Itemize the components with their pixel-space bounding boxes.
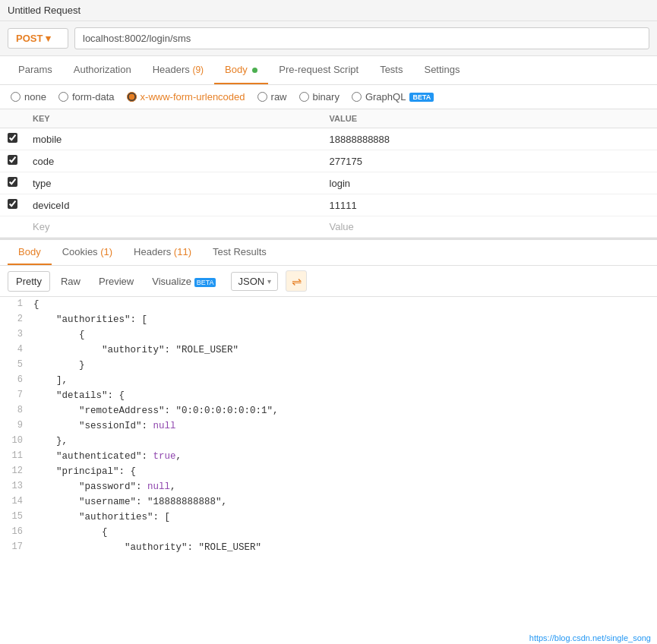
- kv-value: 18888888888: [322, 128, 657, 150]
- kv-checkbox-cell[interactable]: [0, 150, 25, 172]
- json-line: 13 "password": null,: [0, 479, 657, 494]
- json-line: 11 "authenticated": true,: [0, 449, 657, 464]
- kv-key: code: [25, 150, 322, 172]
- response-section: BodyCookies (1)Headers (11)Test Results …: [0, 238, 657, 555]
- json-line: 12 "principal": {: [0, 464, 657, 479]
- line-number: 1: [0, 297, 30, 311]
- line-number: 2: [0, 312, 30, 327]
- request-tab-tests[interactable]: Tests: [369, 56, 413, 84]
- view-beta: BETA: [194, 278, 216, 287]
- kv-checkbox[interactable]: [8, 155, 17, 165]
- format-label-x-www-form-urlencoded: x-www-form-urlencoded: [141, 91, 245, 103]
- view-tab-raw[interactable]: Raw: [53, 272, 88, 291]
- response-tab-test-results[interactable]: Test Results: [202, 240, 277, 265]
- line-content: "principal": {: [30, 464, 657, 479]
- line-number: 14: [0, 494, 30, 509]
- json-dropdown-arrow: ▾: [267, 277, 271, 286]
- view-tab-visualize[interactable]: Visualize BETA: [144, 272, 223, 291]
- format-radio-binary[interactable]: [299, 92, 309, 102]
- format-option-form-data[interactable]: form-data: [58, 91, 115, 103]
- json-line: 15 "authorities": [: [0, 510, 657, 525]
- method-select[interactable]: POST ▾: [8, 28, 68, 49]
- line-number: 6: [0, 373, 30, 387]
- request-tab-pre-request-script[interactable]: Pre-request Script: [268, 56, 369, 84]
- format-option-none[interactable]: none: [11, 91, 46, 103]
- json-line: 9 "sessionId": null: [0, 418, 657, 434]
- kv-checkbox[interactable]: [8, 133, 17, 143]
- format-label-raw: raw: [271, 91, 287, 103]
- response-tab-cookies[interactable]: Cookies (1): [52, 240, 123, 265]
- kv-value: 11111: [322, 194, 657, 216]
- line-number: 11: [0, 449, 30, 463]
- json-line: 16 {: [0, 525, 657, 540]
- view-tab-pretty[interactable]: Pretty: [8, 271, 50, 292]
- json-line: 1{: [0, 297, 657, 312]
- json-line: 7 "details": {: [0, 388, 657, 403]
- line-content: {: [30, 327, 657, 343]
- kv-table: KEY VALUE mobile18888888888code277175typ…: [0, 109, 657, 238]
- request-tab-authorization[interactable]: Authorization: [63, 56, 142, 84]
- json-line: 4 "authority": "ROLE_USER": [0, 343, 657, 358]
- line-number: 17: [0, 540, 30, 554]
- line-number: 16: [0, 525, 30, 539]
- format-radio-raw[interactable]: [257, 92, 267, 102]
- view-tab-preview[interactable]: Preview: [91, 272, 141, 291]
- line-content: }: [30, 358, 657, 373]
- method-arrow: ▾: [46, 33, 51, 44]
- response-tab-body[interactable]: Body: [8, 240, 52, 265]
- status-bar: https://blog.csdn.net/single_song: [523, 632, 657, 644]
- line-content: "username": "18888888888",: [30, 494, 657, 510]
- kv-value: Value: [322, 216, 657, 238]
- kv-checkbox-cell[interactable]: [0, 194, 25, 216]
- url-input[interactable]: [74, 27, 649, 49]
- json-line: 2 "authorities": [: [0, 312, 657, 327]
- line-content: "password": null,: [30, 479, 657, 494]
- kv-key: deviceId: [25, 194, 322, 216]
- format-option-x-www-form-urlencoded[interactable]: x-www-form-urlencoded: [127, 91, 245, 103]
- kv-row: typelogin: [0, 172, 657, 194]
- format-radio-graphql[interactable]: [352, 92, 362, 102]
- format-option-raw[interactable]: raw: [257, 91, 287, 103]
- json-format-selector[interactable]: JSON▾: [231, 272, 278, 291]
- json-line: 14 "username": "18888888888",: [0, 494, 657, 510]
- wrap-icon[interactable]: ⇌: [286, 270, 307, 292]
- format-label-none: none: [24, 91, 46, 103]
- response-tab-headers[interactable]: Headers (11): [123, 240, 202, 265]
- kv-checkbox-cell[interactable]: [0, 128, 25, 150]
- line-content: "remoteAddress": "0:0:0:0:0:0:0:1",: [30, 403, 657, 418]
- request-tab-params[interactable]: Params: [8, 56, 63, 84]
- line-number: 13: [0, 479, 30, 494]
- format-radio-x-www-form-urlencoded[interactable]: [127, 92, 137, 102]
- line-content: "authorities": [: [30, 510, 657, 525]
- request-title: Untitled Request: [8, 5, 81, 16]
- request-tab-body[interactable]: Body: [214, 56, 268, 84]
- url-bar: POST ▾: [0, 21, 657, 56]
- line-number: 10: [0, 434, 30, 448]
- format-radio-form-data[interactable]: [58, 92, 68, 102]
- beta-badge: BETA: [409, 93, 434, 102]
- json-viewer[interactable]: 1{2 "authorities": [3 {4 "authority": "R…: [0, 297, 657, 555]
- json-line: 6 ],: [0, 373, 657, 388]
- line-number: 4: [0, 343, 30, 357]
- format-option-binary[interactable]: binary: [299, 91, 340, 103]
- json-format-label: JSON: [238, 276, 264, 287]
- title-bar: Untitled Request: [0, 0, 657, 21]
- kv-key: Key: [25, 216, 322, 238]
- kv-checkbox[interactable]: [8, 177, 17, 187]
- status-bar-text: https://blog.csdn.net/single_song: [529, 633, 651, 642]
- request-tabs: ParamsAuthorizationHeaders (9)Body Pre-r…: [0, 56, 657, 85]
- line-number: 3: [0, 327, 30, 342]
- line-content: "details": {: [30, 388, 657, 403]
- format-label-graphql: GraphQL: [365, 91, 406, 103]
- response-tabs: BodyCookies (1)Headers (11)Test Results: [0, 240, 657, 266]
- request-tab-headers[interactable]: Headers (9): [142, 56, 214, 84]
- json-line: 17 "authority": "ROLE_USER": [0, 540, 657, 555]
- line-content: "authority": "ROLE_USER": [30, 540, 657, 555]
- kv-checkbox[interactable]: [8, 199, 17, 209]
- request-tab-settings[interactable]: Settings: [413, 56, 470, 84]
- format-radio-none[interactable]: [11, 92, 21, 102]
- line-content: "authenticated": true,: [30, 449, 657, 464]
- kv-checkbox-cell[interactable]: [0, 172, 25, 194]
- format-option-graphql[interactable]: GraphQLBETA: [352, 91, 434, 103]
- kv-checkbox-cell[interactable]: [0, 216, 25, 238]
